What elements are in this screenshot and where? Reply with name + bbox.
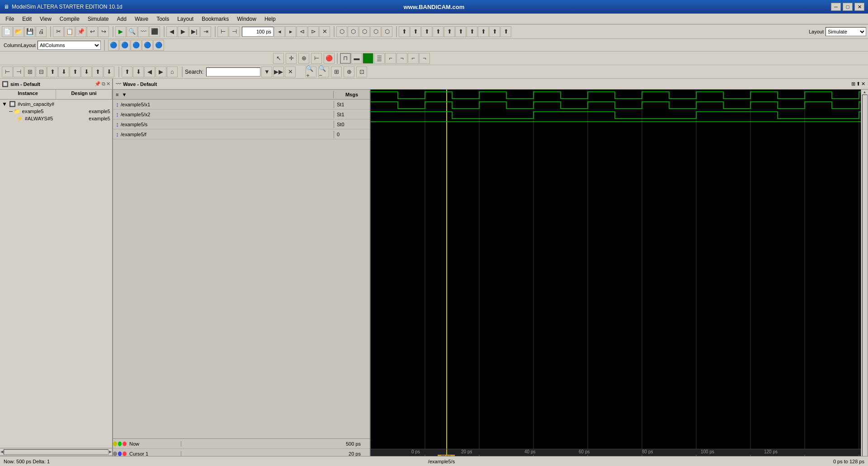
zoom-sel-btn[interactable]: ⊕ xyxy=(344,67,354,77)
sim-dock-btn[interactable]: ⧉ xyxy=(102,81,105,87)
waveform-area[interactable]: 0 ps 20 ps 40 ps 60 ps 80 ps 100 ps 120 … xyxy=(371,90,861,466)
layout-b5[interactable]: ⬆ xyxy=(444,26,455,37)
time-x[interactable]: ✕ xyxy=(319,26,330,37)
tb-extra4[interactable]: ⬡ xyxy=(370,26,381,37)
zoom-fit-btn[interactable]: ⊞ xyxy=(331,67,342,77)
indent-in[interactable]: ⊢ xyxy=(2,67,13,77)
layout-b8[interactable]: ⬆ xyxy=(478,26,489,37)
col-btn1[interactable]: 🔵 xyxy=(108,40,119,51)
menu-compile[interactable]: Compile xyxy=(56,15,83,23)
stop-btn[interactable]: ⬛ xyxy=(149,26,160,37)
wave-expand-icon[interactable]: ⬆ xyxy=(856,81,860,87)
left-scroll-track[interactable] xyxy=(4,449,108,455)
search-input[interactable] xyxy=(206,67,260,76)
menu-file[interactable]: File xyxy=(2,15,18,23)
search-clear[interactable]: ✕ xyxy=(285,67,296,77)
new-button[interactable]: 📄 xyxy=(2,26,13,37)
signal-row-x2[interactable]: ↕ /example5/x2 St1 xyxy=(113,109,370,119)
zoom-out-btn[interactable]: 🔍− xyxy=(318,67,329,77)
layout-b3[interactable]: ⬆ xyxy=(421,26,432,37)
zoom-area-btn[interactable]: ⊡ xyxy=(356,67,367,77)
sig-up[interactable]: ⬆ xyxy=(122,67,132,77)
back-button[interactable]: ◀ xyxy=(166,26,177,37)
signal-expand-icon[interactable]: ▼ xyxy=(122,92,127,97)
left-scroll-right[interactable]: ▶ xyxy=(108,449,112,454)
menu-layout[interactable]: Layout xyxy=(174,15,197,23)
sig-type3[interactable]: ▬ xyxy=(363,53,373,64)
wf-scroll-up[interactable]: ▲ xyxy=(863,90,867,95)
sig-type8[interactable]: ¬ xyxy=(419,53,430,64)
signal-row-x1[interactable]: ↕ /example5/x1 St1 xyxy=(113,100,370,109)
zoom-in-btn[interactable]: 🔍+ xyxy=(306,67,316,77)
layout-b1[interactable]: ⬆ xyxy=(399,26,410,37)
sig-type5[interactable]: ⌐ xyxy=(385,53,396,64)
tree-item-vsim[interactable]: ▼ 🔲 #vsim_capacity# xyxy=(1,100,111,108)
next-cursor[interactable]: ⊣ xyxy=(229,26,240,37)
sep-arrows3[interactable]: ⬆ xyxy=(70,67,80,77)
wave-btn[interactable]: 〰 xyxy=(138,26,149,37)
tb-extra2[interactable]: ⬡ xyxy=(348,26,359,37)
save-button[interactable]: 💾 xyxy=(24,26,35,37)
copy-button[interactable]: 📋 xyxy=(64,26,75,37)
menu-add[interactable]: Add xyxy=(113,15,130,23)
layout-b7[interactable]: ⬆ xyxy=(467,26,477,37)
col-btn3[interactable]: 🔵 xyxy=(131,40,142,51)
runtil-button[interactable]: ⇥ xyxy=(200,26,211,37)
expand-all[interactable]: ⊞ xyxy=(24,67,35,77)
signal-row-f[interactable]: ↕ /example5/f 0 xyxy=(113,129,370,139)
cut-button[interactable]: ✂ xyxy=(53,26,64,37)
cursor-measure[interactable]: ⊢ xyxy=(311,53,322,64)
tree-item-example5[interactable]: ─ 📁 example5 example5 xyxy=(8,108,111,115)
fwd-button[interactable]: ▶ xyxy=(178,26,189,37)
redo-button[interactable]: ↪ xyxy=(98,26,109,37)
open-button[interactable]: 📂 xyxy=(13,26,24,37)
waveform-canvas[interactable] xyxy=(371,90,861,449)
cursor-select[interactable]: ↖ xyxy=(273,53,284,64)
signal-row-s[interactable]: ↕ /example5/s St0 xyxy=(113,119,370,129)
indent-out[interactable]: ⊣ xyxy=(13,67,24,77)
prev-cursor[interactable]: ⊢ xyxy=(217,26,228,37)
sig-home[interactable]: ⌂ xyxy=(167,67,178,77)
sig-type7[interactable]: ⌐ xyxy=(408,53,419,64)
paste-button[interactable]: 📌 xyxy=(75,26,86,37)
sig-type2[interactable]: ▬ xyxy=(351,53,362,64)
wave-close-icon[interactable]: ✕ xyxy=(861,81,865,87)
sig-dn[interactable]: ⬇ xyxy=(133,67,144,77)
tree-item-always[interactable]: ⚡ #ALWAYS#5 example5 xyxy=(15,115,111,122)
time-start[interactable]: ⊲ xyxy=(297,26,307,37)
sep-arrows4[interactable]: ⬇ xyxy=(81,67,92,77)
layout-b9[interactable]: ⬆ xyxy=(489,26,500,37)
col-btn5[interactable]: 🔵 xyxy=(153,40,164,51)
close-button[interactable]: ✕ xyxy=(854,3,864,11)
sep-arrows5[interactable]: ⬆ xyxy=(92,67,103,77)
time-input[interactable] xyxy=(242,27,274,37)
run-button[interactable]: ▶ xyxy=(115,26,126,37)
sep-arrows6[interactable]: ⬇ xyxy=(104,67,114,77)
layout-b4[interactable]: ⬆ xyxy=(433,26,443,37)
time-end[interactable]: ⊳ xyxy=(308,26,319,37)
maximize-button[interactable]: □ xyxy=(843,3,853,11)
wf-vscroll-track[interactable] xyxy=(862,95,868,461)
tb-extra1[interactable]: ⬡ xyxy=(336,26,347,37)
time-fwd[interactable]: ▸ xyxy=(285,26,296,37)
sim-close-btn[interactable]: ✕ xyxy=(106,81,110,87)
cursor-color[interactable]: 🔴 xyxy=(324,53,335,64)
tb-extra3[interactable]: ⬡ xyxy=(359,26,370,37)
sim-pin-btn[interactable]: 📌 xyxy=(94,81,101,87)
minimize-button[interactable]: ─ xyxy=(831,3,841,11)
cursor-move[interactable]: ✛ xyxy=(286,53,297,64)
collapse-all[interactable]: ⊟ xyxy=(36,67,47,77)
sep-arrows[interactable]: ⬆ xyxy=(47,67,58,77)
col-btn2[interactable]: 🔵 xyxy=(119,40,130,51)
tb-extra5[interactable]: ⬡ xyxy=(382,26,392,37)
search-go[interactable]: ▶▶ xyxy=(273,67,284,77)
cursor-zoom[interactable]: ⊕ xyxy=(298,53,309,64)
left-scroll-left[interactable]: ◀ xyxy=(0,449,4,454)
search-btn[interactable]: 🔍 xyxy=(127,26,137,37)
layout-b6[interactable]: ⬆ xyxy=(455,26,466,37)
menu-tools[interactable]: Tools xyxy=(153,15,173,23)
menu-help[interactable]: Help xyxy=(261,15,279,23)
col-layout-select[interactable]: AllColumns Default xyxy=(38,41,101,50)
sig-left[interactable]: ◀ xyxy=(144,67,155,77)
print-button[interactable]: 🖨 xyxy=(36,26,47,37)
